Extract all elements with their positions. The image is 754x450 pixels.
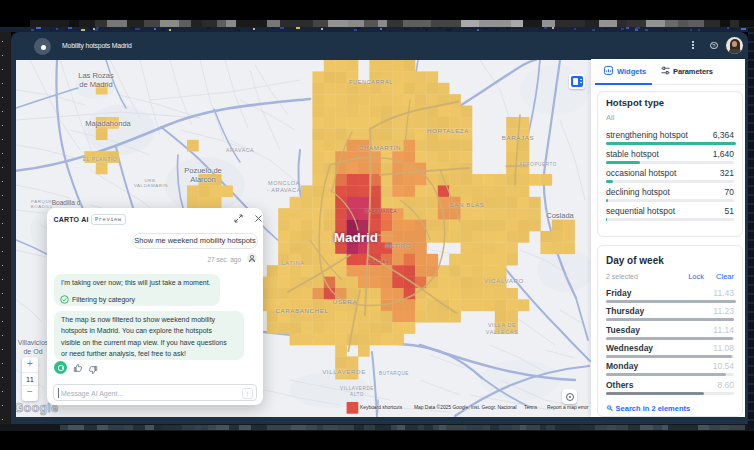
svg-text:de Od: de Od xyxy=(23,348,42,355)
svg-text:SALAMANCA: SALAMANCA xyxy=(365,209,397,214)
svg-text:LATINA: LATINA xyxy=(281,260,304,266)
svg-text:HORTALEZA: HORTALEZA xyxy=(427,127,469,134)
svg-text:FUENCARRAL: FUENCARRAL xyxy=(349,79,393,85)
svg-text:AEROPUERTO: AEROPUERTO xyxy=(519,162,557,167)
svg-text:ARAVACA: ARAVACA xyxy=(226,147,254,153)
svg-text:Majadahonda: Majadahonda xyxy=(85,119,131,128)
svg-text:CHAMARTÍN: CHAMARTÍN xyxy=(359,144,401,151)
svg-text:Villavicios: Villavicios xyxy=(18,339,49,346)
svg-text:VALDEMARÍN: VALDEMARÍN xyxy=(134,183,168,188)
svg-text:BARAJAS: BARAJAS xyxy=(502,134,534,141)
svg-text:ALTO: ALTO xyxy=(350,392,364,397)
svg-text:Alarcón: Alarcón xyxy=(190,175,215,184)
svg-text:Boadilla d: Boadilla d xyxy=(52,199,81,206)
svg-text:Las Rozas: Las Rozas xyxy=(78,71,114,80)
svg-text:VILLAVERDE: VILLAVERDE xyxy=(340,386,374,391)
svg-text:- ARAVACA: - ARAVACA xyxy=(267,187,301,193)
svg-text:Madrid: Madrid xyxy=(334,230,378,245)
svg-text:Pozuelo de: Pozuelo de xyxy=(184,166,222,175)
svg-text:VILLA DE: VILLA DE xyxy=(488,322,516,328)
svg-text:CARABANCHEL: CARABANCHEL xyxy=(275,307,328,314)
svg-text:VILLAVERDE: VILLAVERDE xyxy=(322,368,366,375)
svg-text:SAN BLAS: SAN BLAS xyxy=(449,201,484,208)
svg-text:MONCLOA: MONCLOA xyxy=(268,180,300,186)
svg-text:EL PLANTÍO: EL PLANTÍO xyxy=(83,156,118,162)
svg-text:RETIRO: RETIRO xyxy=(385,243,411,249)
svg-text:VICALVARO: VICALVARO xyxy=(484,277,524,284)
svg-text:VALLECAS: VALLECAS xyxy=(486,329,518,335)
svg-text:ACACIAS: ACACIAS xyxy=(367,259,388,264)
svg-text:USERA: USERA xyxy=(333,298,358,305)
svg-text:BUTARQUE: BUTARQUE xyxy=(379,371,409,376)
svg-text:Coslada: Coslada xyxy=(546,211,574,220)
svg-text:de Madrid: de Madrid xyxy=(79,80,112,89)
